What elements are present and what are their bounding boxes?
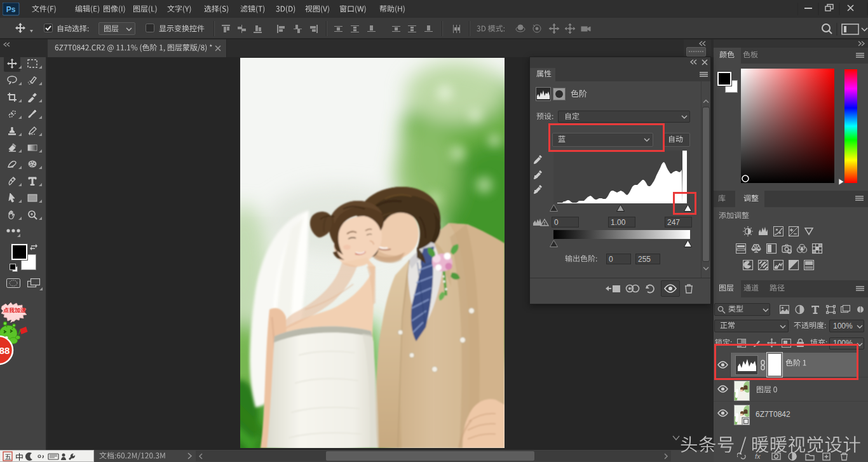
svg-text:88: 88 [0,345,10,356]
svg-text:Ps: Ps [6,5,16,14]
